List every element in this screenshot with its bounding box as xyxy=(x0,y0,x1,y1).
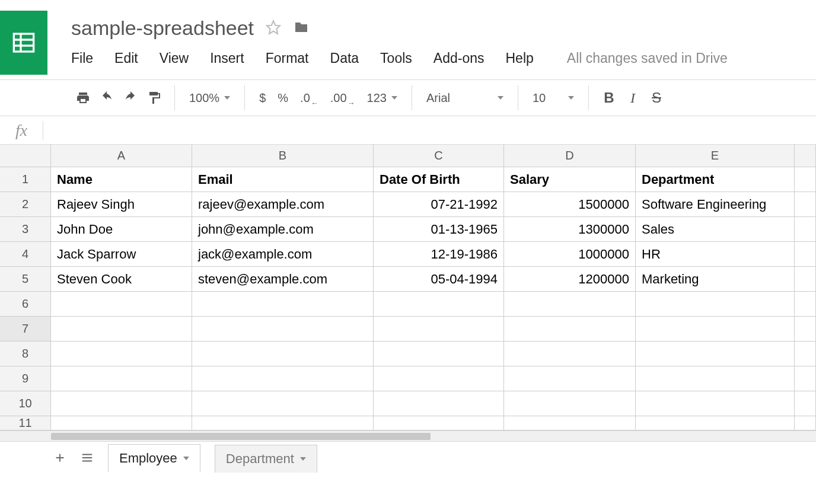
cell[interactable] xyxy=(795,292,816,316)
star-icon[interactable] xyxy=(266,20,281,37)
menu-tools[interactable]: Tools xyxy=(380,50,412,66)
redo-button[interactable] xyxy=(119,86,142,110)
row-header-8[interactable]: 8 xyxy=(0,342,51,366)
all-sheets-button[interactable] xyxy=(81,451,94,467)
cell[interactable]: Sales xyxy=(636,217,795,241)
number-format-dropdown[interactable]: 123 xyxy=(361,91,403,105)
cell[interactable]: Department xyxy=(636,167,795,192)
cell[interactable] xyxy=(795,242,816,266)
row-header-7[interactable]: 7 xyxy=(0,317,51,341)
cell[interactable] xyxy=(795,391,816,416)
cell[interactable] xyxy=(795,342,816,366)
cell[interactable]: john@example.com xyxy=(192,217,374,241)
cell[interactable]: 1000000 xyxy=(504,242,636,266)
cell[interactable] xyxy=(504,416,636,430)
scrollbar-thumb[interactable] xyxy=(51,433,431,440)
cell[interactable] xyxy=(374,416,504,430)
formula-input[interactable] xyxy=(43,116,816,144)
row-header-4[interactable]: 4 xyxy=(0,242,51,266)
cell[interactable] xyxy=(374,391,504,416)
cell[interactable] xyxy=(636,391,795,416)
menu-addons[interactable]: Add-ons xyxy=(434,50,485,66)
cell[interactable] xyxy=(374,366,504,391)
document-title[interactable]: sample-spreadsheet xyxy=(71,17,254,40)
cell[interactable] xyxy=(504,342,636,366)
cell[interactable]: Jack Sparrow xyxy=(51,242,192,266)
menu-data[interactable]: Data xyxy=(330,50,359,66)
menu-insert[interactable]: Insert xyxy=(210,50,244,66)
cell[interactable] xyxy=(795,267,816,291)
cell[interactable] xyxy=(795,217,816,241)
cell[interactable]: Marketing xyxy=(636,267,795,291)
column-header-f[interactable] xyxy=(795,145,816,167)
cell[interactable] xyxy=(636,416,795,430)
column-header-a[interactable]: A xyxy=(51,145,192,167)
sheet-tab-department[interactable]: Department xyxy=(215,445,317,473)
cell[interactable]: 01-13-1965 xyxy=(374,217,504,241)
cell[interactable]: Steven Cook xyxy=(51,267,192,291)
cell[interactable] xyxy=(795,366,816,391)
print-button[interactable] xyxy=(71,86,95,110)
row-header-9[interactable]: 9 xyxy=(0,366,51,391)
undo-button[interactable] xyxy=(95,86,119,110)
cell[interactable] xyxy=(51,342,192,366)
cell[interactable] xyxy=(636,317,795,341)
cell[interactable]: rajeev@example.com xyxy=(192,192,374,216)
cell[interactable]: Date Of Birth xyxy=(374,167,504,192)
strikethrough-button[interactable]: S xyxy=(645,86,668,110)
row-header-2[interactable]: 2 xyxy=(0,192,51,216)
font-size-dropdown[interactable]: 10 xyxy=(527,91,580,105)
cell[interactable]: Salary xyxy=(504,167,636,192)
cell[interactable] xyxy=(795,416,816,430)
italic-button[interactable]: I xyxy=(621,86,645,110)
cell[interactable]: HR xyxy=(636,242,795,266)
percent-button[interactable]: % xyxy=(272,91,294,105)
cell[interactable]: 1300000 xyxy=(504,217,636,241)
font-dropdown[interactable]: Arial xyxy=(420,91,509,105)
cell[interactable] xyxy=(374,342,504,366)
cell[interactable] xyxy=(51,366,192,391)
row-header-10[interactable]: 10 xyxy=(0,391,51,416)
cell[interactable]: 05-04-1994 xyxy=(374,267,504,291)
bold-button[interactable]: B xyxy=(597,86,621,110)
cell[interactable] xyxy=(192,342,374,366)
folder-icon[interactable] xyxy=(293,20,310,37)
column-header-b[interactable]: B xyxy=(192,145,374,167)
cell[interactable]: 1200000 xyxy=(504,267,636,291)
cell[interactable] xyxy=(192,292,374,316)
cell[interactable] xyxy=(192,317,374,341)
currency-button[interactable]: $ xyxy=(253,91,272,105)
paint-format-button[interactable] xyxy=(142,86,166,110)
cell[interactable] xyxy=(51,317,192,341)
cell[interactable]: 12-19-1986 xyxy=(374,242,504,266)
cell[interactable] xyxy=(192,391,374,416)
cell[interactable] xyxy=(636,342,795,366)
cell[interactable] xyxy=(795,167,816,192)
column-header-e[interactable]: E xyxy=(636,145,795,167)
cell[interactable] xyxy=(504,292,636,316)
select-all-corner[interactable] xyxy=(0,145,51,167)
cell[interactable] xyxy=(504,317,636,341)
menu-edit[interactable]: Edit xyxy=(114,50,138,66)
column-header-c[interactable]: C xyxy=(374,145,504,167)
cell[interactable]: 07-21-1992 xyxy=(374,192,504,216)
cell[interactable] xyxy=(636,292,795,316)
menu-file[interactable]: File xyxy=(71,50,93,66)
cell[interactable] xyxy=(795,317,816,341)
cell[interactable]: 1500000 xyxy=(504,192,636,216)
menu-view[interactable]: View xyxy=(160,50,189,66)
row-header-6[interactable]: 6 xyxy=(0,292,51,316)
cell[interactable]: steven@example.com xyxy=(192,267,374,291)
row-header-1[interactable]: 1 xyxy=(0,167,51,192)
cell[interactable] xyxy=(51,391,192,416)
cell[interactable] xyxy=(504,366,636,391)
cell[interactable]: John Doe xyxy=(51,217,192,241)
add-sheet-button[interactable] xyxy=(53,451,66,467)
decrease-decimal-button[interactable]: .0← xyxy=(294,91,324,105)
cell[interactable]: Name xyxy=(51,167,192,192)
horizontal-scrollbar[interactable] xyxy=(0,430,816,441)
row-header-5[interactable]: 5 xyxy=(0,267,51,291)
menu-format[interactable]: Format xyxy=(266,50,309,66)
cell[interactable] xyxy=(192,416,374,430)
cell[interactable] xyxy=(192,366,374,391)
